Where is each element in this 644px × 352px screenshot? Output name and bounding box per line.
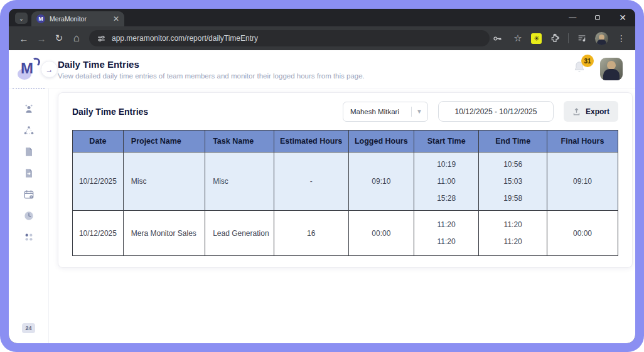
- sidebar-count-badge[interactable]: 24: [22, 323, 35, 333]
- cell-estimated: 16: [274, 211, 348, 256]
- cell-final: 00:00: [547, 211, 618, 256]
- sidebar: 24: [9, 88, 49, 343]
- col-final-hours: Final Hours: [547, 131, 618, 152]
- col-date: Date: [73, 131, 124, 152]
- time-entries-table: Date Project Name Task Name Estimated Ho…: [72, 130, 618, 256]
- cell-estimated: -: [274, 152, 348, 211]
- bookmark-star-icon[interactable]: ☆: [510, 31, 525, 46]
- cell-task: Lead Generation: [205, 211, 274, 256]
- card-title: Daily Time Entries: [72, 107, 148, 117]
- page-subtitle: View detailed daily time entries of team…: [58, 72, 365, 80]
- date-range-input[interactable]: 10/12/2025 - 10/12/2025: [438, 101, 554, 122]
- col-estimated-hours: Estimated Hours: [274, 131, 348, 152]
- table-row: 10/12/2025 Mera Monitor Sales Lead Gener…: [73, 211, 618, 256]
- page-title: Daily Time Entries: [58, 59, 365, 70]
- toolbar-right-icons: ☆ ✳ ⋮: [490, 31, 629, 46]
- url-text: app.meramonitor.com/report/dailyTimeEntr…: [112, 34, 258, 43]
- yellow-extension-icon[interactable]: ✳: [531, 33, 542, 44]
- minimize-button[interactable]: —: [569, 14, 576, 21]
- sidebar-apps-grid-icon[interactable]: [21, 229, 37, 245]
- cell-task: Misc: [205, 152, 274, 211]
- app-body: 24 Daily Time Entries Mahesh Mitkari ▼: [9, 88, 635, 343]
- header-right: 31: [572, 58, 635, 80]
- home-icon[interactable]: ⌂: [68, 29, 85, 47]
- cell-final: 09:10: [547, 152, 618, 211]
- refresh-icon[interactable]: ↻: [50, 29, 68, 47]
- col-end-time: End Time: [479, 131, 547, 152]
- meramonitor-logo[interactable]: M: [19, 59, 39, 79]
- table-row: 10/12/2025 Misc Misc - 09:10 10:19 11:00: [73, 152, 618, 211]
- cell-end-times: 11:20 11:20: [479, 211, 547, 256]
- browser-toolbar: ← → ↻ ⌂ app.meramonitor.com/report/daily…: [9, 26, 635, 50]
- forward-icon[interactable]: →: [33, 29, 50, 47]
- app-page: M → Daily Time Entries View detailed dai…: [9, 50, 635, 343]
- browser-tab[interactable]: M MeraMonitor ✕: [31, 11, 124, 26]
- sidebar-network-icon[interactable]: [21, 122, 37, 139]
- select-divider: [411, 107, 412, 117]
- user-filter-value: Mahesh Mitkari: [350, 108, 407, 115]
- notification-count-badge: 31: [581, 55, 594, 67]
- user-avatar[interactable]: [600, 58, 623, 80]
- notifications-button[interactable]: 31: [572, 60, 586, 78]
- toolbar-divider: [568, 33, 569, 43]
- cell-date: 10/12/2025: [73, 152, 124, 211]
- cell-start-times: 11:20 11:20: [414, 211, 478, 256]
- browser-profile-avatar[interactable]: [595, 32, 608, 45]
- date-range-value: 10/12/2025 - 10/12/2025: [455, 107, 537, 116]
- browser-tabstrip: ⌄ M MeraMonitor ✕ — ✕: [9, 9, 635, 26]
- sidebar-calendar-schedule-icon[interactable]: [21, 186, 37, 203]
- cell-start-times: 10:19 11:00 15:28: [414, 152, 478, 211]
- cell-logged: 00:00: [348, 211, 414, 256]
- screenshot-frame: ⌄ M MeraMonitor ✕ — ✕ ← → ↻ ⌂: [0, 0, 644, 352]
- export-button[interactable]: Export: [564, 101, 618, 122]
- site-settings-tune-icon: [97, 34, 106, 43]
- extensions-puzzle-icon[interactable]: [547, 31, 562, 46]
- chevron-down-icon: ▼: [416, 108, 422, 115]
- sidebar-clock-icon[interactable]: [21, 208, 37, 224]
- col-project-name: Project Name: [123, 131, 205, 152]
- col-task-name: Task Name: [205, 131, 274, 152]
- app-header: M → Daily Time Entries View detailed dai…: [9, 50, 635, 88]
- cell-project: Misc: [123, 152, 205, 211]
- cell-end-times: 10:56 15:03 19:58: [479, 152, 547, 211]
- password-key-icon[interactable]: [490, 31, 505, 46]
- cell-date: 10/12/2025: [73, 211, 124, 256]
- url-bar[interactable]: app.meramonitor.com/report/dailyTimeEntr…: [89, 30, 490, 46]
- back-icon[interactable]: ←: [15, 29, 33, 47]
- export-upload-icon: [572, 107, 581, 116]
- cell-logged: 09:10: [348, 152, 414, 211]
- close-window-button[interactable]: ✕: [619, 13, 626, 22]
- tab-search-button[interactable]: ⌄: [15, 13, 28, 24]
- restore-button[interactable]: [595, 14, 600, 21]
- col-start-time: Start Time: [414, 131, 478, 152]
- table-header-row: Date Project Name Task Name Estimated Ho…: [73, 131, 618, 152]
- card-controls: Mahesh Mitkari ▼ 10/12/2025 - 10/12/2025: [343, 101, 618, 122]
- browser-menu-icon[interactable]: ⋮: [614, 31, 629, 46]
- user-filter-select[interactable]: Mahesh Mitkari ▼: [343, 102, 428, 122]
- media-controls-icon[interactable]: [574, 31, 589, 46]
- meramonitor-favicon-icon: M: [36, 14, 45, 23]
- sidebar-team-icon[interactable]: [21, 101, 37, 117]
- tab-title: MeraMonitor: [50, 15, 109, 23]
- main-content: Daily Time Entries Mahesh Mitkari ▼ 10/1…: [49, 88, 635, 343]
- sidebar-report-file-icon[interactable]: [21, 144, 37, 160]
- tab-close-icon[interactable]: ✕: [113, 14, 119, 23]
- browser-window: ⌄ M MeraMonitor ✕ — ✕ ← → ↻ ⌂: [9, 9, 635, 343]
- sidebar-export-file-icon[interactable]: [21, 165, 37, 181]
- export-label: Export: [586, 107, 609, 116]
- sidebar-expand-button[interactable]: →: [41, 61, 58, 78]
- window-controls: — ✕: [569, 9, 631, 26]
- cell-project: Mera Monitor Sales: [123, 211, 205, 256]
- daily-time-entries-card: Daily Time Entries Mahesh Mitkari ▼ 10/1…: [58, 92, 633, 268]
- col-logged-hours: Logged Hours: [348, 131, 414, 152]
- card-header: Daily Time Entries Mahesh Mitkari ▼ 10/1…: [72, 101, 618, 122]
- page-title-block: Daily Time Entries View detailed daily t…: [58, 59, 365, 80]
